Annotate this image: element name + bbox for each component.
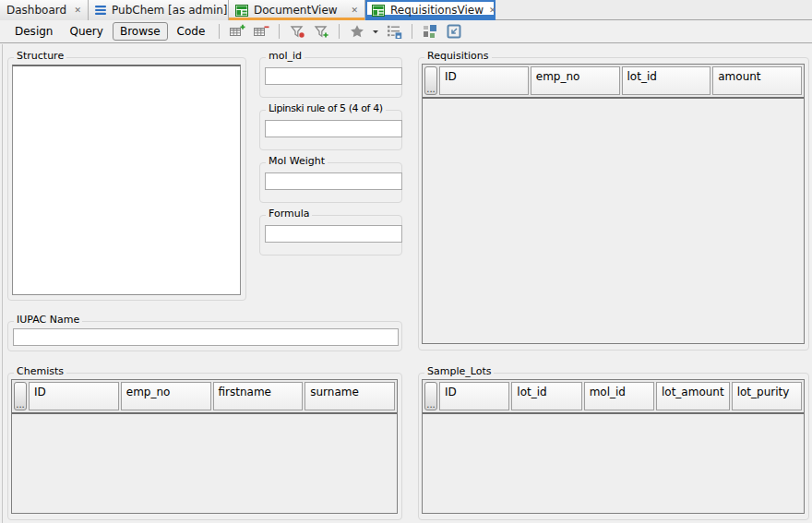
structure-canvas[interactable] (12, 65, 241, 295)
requisitions-header-row: ... ID emp_no lot_id amount (423, 65, 804, 99)
tab-label: RequisitionsView (390, 4, 484, 17)
close-icon[interactable]: ✕ (351, 6, 358, 15)
mol-weight-group: Mol Weight (259, 162, 402, 203)
requisitions-table: ... ID emp_no lot_id amount (422, 64, 805, 344)
formula-input[interactable] (265, 225, 402, 243)
tab-label: PubChem [as admin] (112, 4, 228, 17)
column-header-id[interactable]: ID (439, 66, 529, 95)
view-toolbar: Design Query Browse Code (0, 20, 812, 43)
value-editor-button[interactable] (383, 22, 405, 42)
requisitions-view-window: Dashboard ✕ PubChem [as admin] ✕ (0, 0, 812, 523)
form-view-icon (235, 5, 248, 17)
sample-lots-table: ... ID lot_id mol_id lot_amount lot_puri… (422, 379, 805, 514)
lipinski-group: Lipinski rule of 5 (4 of 4) (259, 110, 402, 150)
sample-lots-title: Sample_Lots (424, 365, 494, 377)
layout-grid-icon (422, 23, 438, 40)
editor-tab-bar: Dashboard ✕ PubChem [as admin] ✕ (0, 0, 812, 20)
column-header-lot-id[interactable]: lot_id (622, 66, 711, 95)
requisitions-group: Requisitions ... ID emp_no lot_id amount (418, 57, 809, 351)
chemists-table: ... ID emp_no firstname surname (11, 379, 398, 514)
favorites-dropdown-button[interactable] (370, 22, 381, 42)
table-add-icon (229, 23, 246, 40)
mol-id-group: mol_id (259, 57, 402, 98)
tab-label: Dashboard (6, 4, 66, 17)
ellipsis-label: ... (16, 401, 25, 409)
sample-lots-header-row: ... ID lot_id mol_id lot_amount lot_puri… (423, 380, 804, 414)
delete-record-button[interactable] (250, 22, 272, 42)
column-header-id[interactable]: ID (439, 382, 509, 410)
sample-lots-group: Sample_Lots ... ID lot_id mol_id lot_amo… (418, 373, 809, 520)
column-header-lot-purity[interactable]: lot_purity (732, 382, 802, 410)
tab-pubchem[interactable]: PubChem [as admin] ✕ (89, 0, 229, 20)
mol-weight-label: Mol Weight (266, 155, 328, 167)
table-remove-icon (253, 23, 270, 40)
ellipsis-label: ... (426, 86, 436, 93)
column-header-lot-id[interactable]: lot_id (511, 382, 581, 410)
chemists-header-row: ... ID emp_no firstname surname (12, 380, 397, 414)
form-canvas: Structure mol_id Lipinski rule of 5 (4 o… (0, 44, 812, 523)
column-header-mol-id[interactable]: mol_id (584, 382, 654, 410)
ellipsis-label: ... (426, 401, 436, 409)
lipinski-label: Lipinski rule of 5 (4 of 4) (266, 102, 386, 114)
requisitions-title: Requisitions (424, 50, 492, 62)
tab-dashboard[interactable]: Dashboard ✕ (0, 0, 89, 20)
favorites-button[interactable] (346, 22, 368, 42)
filter-dot-icon (289, 23, 306, 40)
structure-group: Structure (7, 57, 246, 301)
chemists-table-body[interactable] (12, 414, 397, 513)
requisitions-table-body[interactable] (423, 99, 804, 343)
column-header-id[interactable]: ID (29, 382, 119, 410)
formula-group: Formula (259, 215, 402, 256)
mol-weight-input[interactable] (265, 172, 402, 190)
code-mode-button[interactable]: Code (170, 22, 213, 41)
formula-label: Formula (266, 208, 312, 220)
iupac-input[interactable] (13, 328, 399, 346)
column-header-firstname[interactable]: firstname (213, 382, 304, 410)
mol-id-label: mol_id (266, 50, 304, 62)
tab-documentview[interactable]: DocumentView ✕ (229, 0, 365, 20)
design-mode-button[interactable]: Design (7, 22, 60, 41)
tab-label: DocumentView (254, 4, 338, 17)
tab-requisitionsview[interactable]: RequisitionsView ✕ (365, 0, 496, 20)
star-icon (349, 23, 365, 40)
open-in-window-button[interactable] (443, 22, 465, 42)
mol-id-input[interactable] (265, 67, 402, 85)
column-header-surname[interactable]: surname (304, 382, 395, 410)
add-filter-button[interactable] (310, 22, 332, 42)
sample-lots-table-body[interactable] (423, 414, 804, 513)
layout-button[interactable] (419, 22, 441, 42)
toolbar-separator (412, 24, 412, 39)
query-mode-button[interactable]: Query (62, 22, 110, 41)
add-record-button[interactable] (226, 22, 248, 42)
column-header-amount[interactable]: amount (712, 66, 802, 95)
list-save-icon (386, 23, 402, 40)
chemists-title: Chemists (14, 365, 66, 377)
column-header-emp-no[interactable]: emp_no (531, 66, 620, 95)
toolbar-separator (339, 24, 340, 39)
filter-records-button[interactable] (286, 22, 308, 42)
structure-group-label: Structure (14, 50, 66, 62)
iupac-group: IUPAC Name (7, 321, 402, 351)
list-blue-icon (95, 6, 106, 15)
browse-mode-button[interactable]: Browse (113, 22, 168, 41)
iupac-label: IUPAC Name (14, 314, 82, 326)
close-icon[interactable]: ✕ (74, 6, 81, 15)
column-header-lot-amount[interactable]: lot_amount (656, 382, 730, 410)
column-header-emp-no[interactable]: emp_no (121, 382, 211, 410)
toolbar-separator (279, 24, 280, 39)
dropdown-arrow-icon (372, 28, 379, 35)
row-selector-button[interactable]: ... (14, 382, 27, 410)
close-icon[interactable]: ✕ (489, 6, 496, 15)
lipinski-input[interactable] (265, 120, 402, 137)
row-selector-button[interactable]: ... (424, 66, 437, 95)
form-view-icon (372, 5, 385, 17)
row-selector-button[interactable]: ... (424, 382, 437, 410)
panel-edge (2, 44, 3, 523)
chemists-group: Chemists ... ID emp_no firstname surname (7, 373, 402, 520)
filter-add-icon (313, 23, 330, 40)
open-in-window-icon (446, 23, 462, 40)
toolbar-separator (219, 24, 220, 39)
